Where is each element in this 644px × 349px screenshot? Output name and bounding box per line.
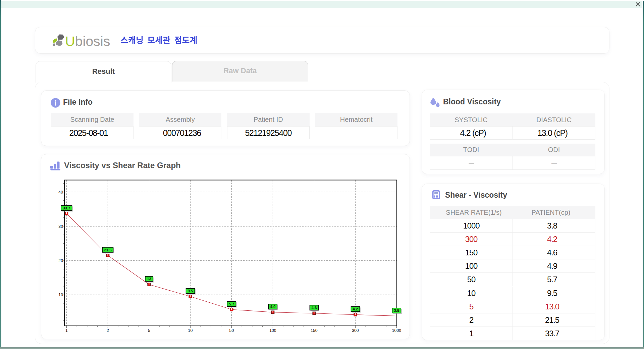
svg-text:10: 10 — [188, 328, 193, 333]
svg-text:20: 20 — [58, 258, 63, 263]
svg-text:33.7: 33.7 — [63, 206, 70, 210]
svg-text:300: 300 — [352, 328, 359, 333]
svg-text:9.5: 9.5 — [187, 289, 193, 293]
svg-text:150: 150 — [311, 328, 318, 333]
svg-text:4.9: 4.9 — [270, 305, 275, 309]
svg-text:13: 13 — [147, 277, 151, 281]
svg-text:100: 100 — [269, 328, 276, 333]
svg-text:10: 10 — [58, 293, 63, 297]
svg-text:5.7: 5.7 — [229, 302, 234, 306]
svg-text:5: 5 — [148, 328, 150, 333]
svg-text:50: 50 — [229, 328, 234, 333]
svg-text:Ubiosis: Ubiosis — [65, 34, 110, 49]
svg-text:1000: 1000 — [392, 328, 401, 333]
svg-text:40: 40 — [58, 190, 63, 195]
svg-text:3.8: 3.8 — [394, 308, 399, 312]
svg-text:4.2: 4.2 — [353, 307, 358, 311]
svg-text:2: 2 — [107, 328, 109, 333]
svg-text:1: 1 — [65, 328, 68, 333]
svg-text:30: 30 — [58, 224, 63, 229]
svg-text:21.5: 21.5 — [104, 248, 112, 252]
svg-text:4.6: 4.6 — [311, 306, 317, 310]
